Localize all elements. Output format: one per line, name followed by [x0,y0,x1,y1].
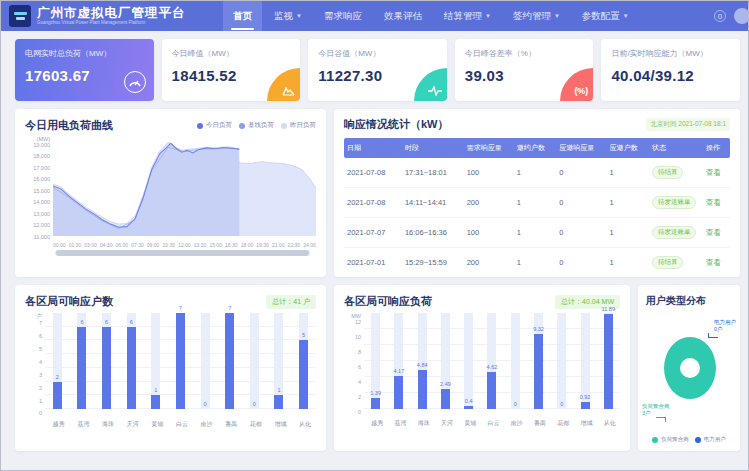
app-title: 广州市虚拟电厂管理平台 [37,7,186,20]
main-content: 电网实时总负荷（MW） 17603.67 今日峰值（MW） 18415.52 今… [1,31,748,451]
kpi-card-today-peak: 今日峰值（MW） 18415.52 [162,39,301,101]
legend-item[interactable]: 今日负荷 [197,121,232,130]
brand: 广州市虚拟电厂管理平台 Guangzhou Virtual Power Plan… [9,5,217,27]
bar-番禺[interactable]: 7 [225,313,234,409]
bottom-row: 各区局可响应户数 总计：41 户 户7654321026661707015越秀荔… [15,285,740,451]
bar-荔湾[interactable]: 4.17 [394,313,403,409]
table-row: 2021-07-0115:29~15:59200101待结算查看 [344,248,730,278]
bar-南沙[interactable]: 0 [511,313,520,409]
bar-黄埔[interactable]: 1 [151,313,160,409]
kpi-label: 电网实时总负荷（MW） [25,48,144,59]
nav-item-monitoring[interactable]: 监视▼ [264,1,312,31]
status-badge: 待结算 [652,166,684,179]
district-load-chart: MW1210864201.394.174.842.490.44.6209.320… [344,313,620,428]
kpi-label: 今日谷值（MW） [318,48,437,59]
kpi-value: 40.04/39.12 [611,67,730,84]
table-row: 2021-07-0817:31~18:01100101待结算查看 [344,158,730,188]
middle-row: 今日用电负荷曲线 今日负荷基线负荷昨日负荷 (MW) 19,00018,0001… [15,109,740,277]
response-table-title: 响应情况统计（kW） [344,117,449,132]
topbar-right: 0 [714,8,740,24]
kpi-card-response-capacity: 日前/实时响应能力（MW） 40.04/39.12 [601,39,740,101]
callout-power-user: 电力用户 0户 [714,319,736,338]
bar-从化[interactable]: 5 [299,313,308,409]
legend-item[interactable]: 昨日负荷 [281,121,316,130]
kpi-label: 日前/实时响应能力（MW） [611,48,730,59]
bar-南沙[interactable]: 0 [201,313,210,409]
nav-item-parameters[interactable]: 参数配置▼ [572,1,639,31]
user-type-title: 用户类型分布 [646,294,732,308]
top-navbar: 广州市虚拟电厂管理平台 Guangzhou Virtual Power Plan… [1,1,748,31]
nav-menu: 首页监视▼需求响应效果评估结算管理▼签约管理▼参数配置▼ [223,1,714,31]
callout-aggregator: 负荷聚合商 3户 [642,403,670,422]
view-link[interactable]: 查看 [706,258,721,267]
kpi-card-realtime-total-load: 电网实时总负荷（MW） 17603.67 [15,39,154,101]
response-table-card: 响应情况统计（kW） 北京时间 2021-07-08 18:1 日期时段需求响应… [334,109,740,277]
user-type-donut [664,337,716,399]
response-table: 日期时段需求响应量邀约户数应邀响应量应邀户数状态操作 2021-07-0817:… [344,138,730,277]
nav-item-contract[interactable]: 签约管理▼ [503,1,570,31]
bar-白云[interactable]: 4.62 [487,313,496,409]
kpi-card-peak-valley-rate: 今日峰谷差率（%） 39.03 (%) [455,39,594,101]
bar-增城[interactable]: 0.92 [581,313,590,409]
table-row: 2021-07-0716:06~16:36100101待发送账单查看 [344,218,730,248]
load-curve-chart: (MW) 19,00018,00017,00016,00015,00014,00… [25,136,316,240]
view-link[interactable]: 查看 [706,168,721,177]
bar-海珠[interactable]: 6 [102,313,111,409]
app-logo-icon [9,5,31,27]
bar-天河[interactable]: 6 [127,313,136,409]
district-users-title: 各区局可响应户数 [25,294,113,309]
bar-越秀[interactable]: 2 [53,313,62,409]
nav-item-home[interactable]: 首页 [223,1,262,31]
user-avatar[interactable] [734,8,749,24]
load-curve-legend: 今日负荷基线负荷昨日负荷 [197,121,316,130]
status-badge: 待发送账单 [652,196,697,209]
user-type-card: 用户类型分布 电力用户 0户 负荷聚合商 3户 负荷聚合商 电力用户 [638,285,740,451]
bar-花都[interactable]: 0 [250,313,259,409]
table-header-row: 日期时段需求响应量邀约户数应邀响应量应邀户数状态操作 [344,138,730,158]
bar-番禺[interactable]: 9.32 [534,313,543,409]
table-row: 2021-07-0814:11~14:41200101待发送账单查看 [344,188,730,218]
y-axis-ticks: 19,00018,00017,00016,00015,00014,00013,0… [33,143,50,240]
load-curve-card: 今日用电负荷曲线 今日负荷基线负荷昨日负荷 (MW) 19,00018,0001… [15,109,326,277]
x-axis-ticks: 00:0001:3003:0004:3006:0007:3009:0010:30… [53,242,316,248]
kpi-label: 今日峰谷差率（%） [465,48,584,59]
notification-badge[interactable]: 0 [714,10,726,22]
view-link[interactable]: 查看 [706,198,721,207]
app-subtitle: Guangzhou Virtual Power Plant Management… [37,20,186,26]
kpi-label: 今日峰值（MW） [172,48,291,59]
bar-黄埔[interactable]: 0.4 [464,313,473,409]
beijing-time: 北京时间 2021-07-08 18:1 [646,118,730,131]
chart-zoom-scrollbar[interactable] [55,250,310,256]
status-badge: 待结算 [652,256,684,269]
kpi-row: 电网实时总负荷（MW） 17603.67 今日峰值（MW） 18415.52 今… [15,39,740,101]
bar-白云[interactable]: 7 [176,313,185,409]
bar-天河[interactable]: 2.49 [441,313,450,409]
district-load-title: 各区局可响应负荷 [344,294,432,309]
gauge-icon [124,71,146,93]
bar-荔湾[interactable]: 6 [77,313,86,409]
nav-item-demand-response[interactable]: 需求响应 [314,1,372,31]
bar-海珠[interactable]: 4.84 [418,313,427,409]
bar-从化[interactable]: 11.89 [604,313,613,409]
view-link[interactable]: 查看 [706,228,721,237]
bar-花都[interactable]: 0 [557,313,566,409]
user-type-legend: 负荷聚合商 电力用户 [638,436,740,443]
app-root: 广州市虚拟电厂管理平台 Guangzhou Virtual Power Plan… [1,1,748,451]
district-load-card: 各区局可响应负荷 总计：40.04 MW MW1210864201.394.17… [334,285,630,451]
load-curve-title: 今日用电负荷曲线 [25,118,113,133]
district-users-total-badge: 总计：41 户 [266,295,316,309]
status-badge: 待发送账单 [652,226,697,239]
nav-item-settlement[interactable]: 结算管理▼ [434,1,501,31]
bar-越秀[interactable]: 1.39 [371,313,380,409]
district-users-card: 各区局可响应户数 总计：41 户 户7654321026661707015越秀荔… [15,285,326,451]
legend-item[interactable]: 基线负荷 [239,121,274,130]
district-users-chart: 户7654321026661707015越秀荔湾海珠天河黄埔白云南沙番禺花都增城… [25,313,316,429]
bar-增城[interactable]: 1 [274,313,283,409]
kpi-card-today-valley: 今日谷值（MW） 11227.30 [308,39,447,101]
load-curve-plot [53,136,316,236]
brand-text: 广州市虚拟电厂管理平台 Guangzhou Virtual Power Plan… [37,7,186,26]
nav-item-effect-evaluation[interactable]: 效果评估 [374,1,432,31]
